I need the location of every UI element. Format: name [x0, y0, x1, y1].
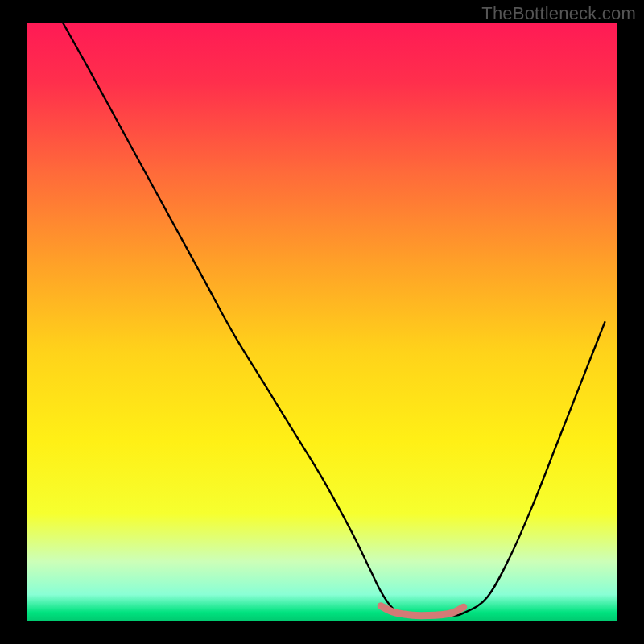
watermark-label: TheBottleneck.com: [481, 3, 636, 24]
bottleneck-chart: [27, 23, 617, 621]
chart-frame: TheBottleneck.com: [0, 0, 644, 644]
gradient-background: [27, 23, 617, 621]
plot-area: [27, 23, 617, 621]
